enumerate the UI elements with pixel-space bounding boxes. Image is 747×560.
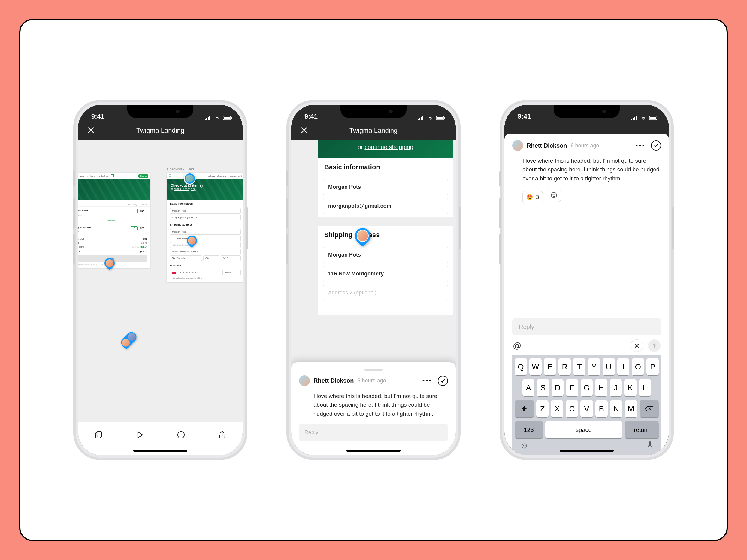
key-b[interactable]: B [595, 400, 608, 418]
resolve-button[interactable] [651, 140, 661, 151]
notch [340, 105, 407, 118]
field-ship-addr1[interactable]: 116 New Montgomery [323, 266, 448, 282]
mention-button[interactable]: @ [513, 341, 521, 350]
key-x[interactable]: X [551, 400, 563, 418]
return-key[interactable]: return [624, 421, 659, 438]
key-z[interactable]: Z [536, 400, 548, 418]
svg-rect-7 [444, 117, 445, 119]
key-r[interactable]: R [559, 358, 571, 375]
qty-stepper[interactable]: 1 [131, 209, 137, 213]
reply-input-active[interactable]: Reply [512, 318, 661, 335]
share-button[interactable] [216, 429, 228, 441]
key-h[interactable]: H [595, 379, 607, 396]
status-right [204, 115, 232, 121]
emoji-keyboard-button[interactable]: ☺ [520, 441, 529, 451]
field-ship-addr2[interactable]: Address 2 (optional) [323, 285, 448, 301]
backspace-key[interactable] [640, 400, 659, 418]
key-n[interactable]: N [610, 400, 622, 418]
wifi-icon [640, 115, 647, 121]
space-key[interactable]: space [545, 421, 622, 438]
comment-pin-multi[interactable] [119, 330, 138, 349]
key-q[interactable]: Q [515, 358, 527, 375]
field-email[interactable]: morganpots@gmail.com [323, 198, 448, 214]
sheet-grabber[interactable] [364, 369, 383, 371]
design-canvas[interactable]: or continue shopping Basic information M… [291, 139, 456, 455]
resolve-button[interactable] [438, 376, 448, 386]
add-reaction-button[interactable] [548, 189, 561, 202]
svg-rect-1 [224, 117, 230, 119]
key-i[interactable]: I [617, 358, 629, 375]
close-button[interactable] [86, 126, 96, 135]
frame-label[interactable]: Checkout - Filled [167, 167, 194, 171]
qty-stepper[interactable]: 2 [131, 226, 137, 230]
keyboard: QWERTYUIOP ASDFGHJKL ZXCVBNM 123 space r… [512, 355, 661, 455]
remove-link[interactable]: Remove [78, 220, 147, 222]
key-m[interactable]: M [625, 400, 637, 418]
svg-point-3 [169, 175, 171, 177]
header-title: Twigma Landing [136, 127, 184, 134]
comment-body: I love where this is headed, but I'm not… [512, 151, 661, 183]
battery-icon [223, 115, 232, 121]
key-j[interactable]: J [610, 379, 622, 396]
search-icon[interactable] [169, 175, 172, 177]
key-w[interactable]: W [529, 358, 542, 375]
key-a[interactable]: A [522, 379, 535, 396]
site-nav: all pla st sellers recently add [167, 172, 242, 179]
design-canvas[interactable]: plant care ▾ blog contact us Sign in Qua… [78, 139, 242, 455]
presence-avatar[interactable] [184, 172, 196, 185]
prototype-play-button[interactable] [134, 429, 146, 441]
status-time: 9:41 [518, 112, 531, 121]
signin-button[interactable]: Sign in [138, 175, 148, 178]
comment-more-button[interactable]: ••• [422, 377, 432, 384]
key-v[interactable]: V [581, 400, 593, 418]
svg-rect-2 [231, 117, 232, 119]
artboard-home[interactable]: plant care ▾ blog contact us Sign in Qua… [78, 172, 150, 268]
battery-icon [649, 115, 659, 121]
key-y[interactable]: Y [588, 358, 600, 375]
comment-avatar [512, 140, 523, 151]
shift-key[interactable] [515, 400, 534, 418]
pages-button[interactable] [93, 429, 105, 441]
key-s[interactable]: S [537, 379, 549, 396]
key-u[interactable]: U [602, 358, 615, 375]
notch [127, 105, 194, 118]
svg-rect-9 [650, 117, 656, 119]
reaction-chip[interactable]: 😍3 [522, 191, 543, 203]
key-k[interactable]: K [624, 379, 636, 396]
field-name[interactable]: Morgan Pots [323, 179, 448, 195]
key-t[interactable]: T [573, 358, 586, 375]
wifi-icon [214, 115, 221, 121]
phone-1: 9:41 Twigma Landing plant care ▾ blog [73, 100, 248, 460]
key-p[interactable]: P [646, 358, 659, 375]
home-indicator[interactable] [560, 450, 614, 452]
signal-icon [417, 115, 424, 121]
key-c[interactable]: C [566, 400, 578, 418]
comment-button[interactable] [175, 429, 187, 441]
send-button[interactable] [648, 340, 661, 352]
close-button[interactable] [300, 126, 309, 135]
clear-button[interactable] [630, 340, 643, 352]
artboard-checkout[interactable]: Checkout - Filled all pla st sellers rec… [167, 172, 242, 282]
comment-time: 6 hours ago [570, 142, 599, 149]
key-f[interactable]: F [566, 379, 578, 396]
comment-panel: Rhett Dickson 6 hours ago ••• I love whe… [291, 362, 456, 455]
site-nav: plant care ▾ blog contact us Sign in [78, 172, 150, 179]
home-indicator[interactable] [346, 450, 401, 452]
key-d[interactable]: D [551, 379, 564, 396]
artboard-zoom[interactable]: or continue shopping Basic information M… [318, 139, 453, 315]
svg-rect-10 [658, 117, 659, 119]
key-o[interactable]: O [632, 358, 644, 375]
reply-input[interactable]: Reply [299, 424, 448, 441]
comment-body: I love where this is headed, but I'm not… [299, 386, 448, 418]
key-l[interactable]: L [639, 379, 651, 396]
key-e[interactable]: E [544, 358, 556, 375]
comment-more-button[interactable]: ••• [636, 142, 645, 149]
dictation-button[interactable] [647, 441, 653, 451]
field-ship-name[interactable]: Morgan Pots [323, 247, 448, 263]
numbers-key[interactable]: 123 [515, 421, 543, 438]
key-g[interactable]: G [581, 379, 593, 396]
svg-rect-4 [97, 431, 102, 437]
home-indicator[interactable] [133, 450, 187, 452]
comment-time: 6 hours ago [357, 377, 386, 384]
cart-icon[interactable] [111, 175, 114, 177]
